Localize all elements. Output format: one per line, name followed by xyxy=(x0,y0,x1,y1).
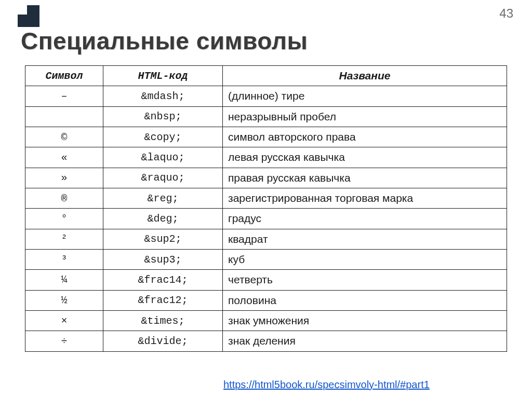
cell-name: зарегистрированная торговая марка xyxy=(223,188,507,209)
cell-symbol: ® xyxy=(25,188,103,209)
col-header-name: Название xyxy=(223,66,507,86)
cell-html-code: &raquo; xyxy=(103,168,223,188)
table-row: ¼&frac14;четверть xyxy=(25,270,507,290)
cell-html-code: &reg; xyxy=(103,188,223,209)
cell-name: символ авторского права xyxy=(223,127,507,147)
cell-name: (длинное) тире xyxy=(223,86,507,106)
cell-name: куб xyxy=(223,250,507,270)
table-row: »&raquo;правая русская кавычка xyxy=(25,168,507,188)
cell-symbol: © xyxy=(25,127,103,147)
table-row: ®&reg;зарегистрированная торговая марка xyxy=(25,188,507,209)
cell-html-code: &sup2; xyxy=(103,229,223,249)
table-row: ³&sup3;куб xyxy=(25,250,507,270)
cell-symbol: ÷ xyxy=(25,331,103,351)
table-row: «&laquo;левая русская кавычка xyxy=(25,147,507,168)
table-row: ©&copy;символ авторского права xyxy=(25,127,507,147)
table-header-row: Символ HTML-код Название xyxy=(25,66,507,86)
cell-name: правая русская кавычка xyxy=(223,168,507,188)
table-row: ÷&divide;знак деления xyxy=(25,331,507,351)
cell-html-code: &frac12; xyxy=(103,290,223,310)
slide-accent-square xyxy=(18,5,39,27)
footer-link[interactable]: https://html5book.ru/specsimvoly-html/#p… xyxy=(223,379,430,391)
table-row: ²&sup2;квадрат xyxy=(25,229,507,249)
cell-name: квадрат xyxy=(223,229,507,249)
slide-title: Специальные символы xyxy=(21,27,308,55)
cell-html-code: &deg; xyxy=(103,209,223,229)
cell-name: четверть xyxy=(223,270,507,290)
cell-name: знак умножения xyxy=(223,311,507,331)
table-row: –&mdash;(длинное) тире xyxy=(25,86,507,106)
cell-name: градус xyxy=(223,209,507,229)
cell-symbol: – xyxy=(25,86,103,106)
col-header-code: HTML-код xyxy=(103,66,223,86)
cell-html-code: &times; xyxy=(103,311,223,331)
page-number: 43 xyxy=(499,6,513,21)
cell-name: знак деления xyxy=(223,331,507,351)
cell-html-code: &mdash; xyxy=(103,86,223,106)
cell-symbol: ² xyxy=(25,229,103,249)
cell-symbol xyxy=(25,106,103,127)
table-row: ×&times;знак умножения xyxy=(25,311,507,331)
cell-html-code: &nbsp; xyxy=(103,106,223,127)
col-header-symbol: Символ xyxy=(25,66,103,86)
cell-symbol: ³ xyxy=(25,250,103,270)
cell-symbol: ½ xyxy=(25,290,103,310)
table-row: ½&frac12;половина xyxy=(25,290,507,310)
cell-name: неразрывный пробел xyxy=(223,106,507,127)
cell-html-code: &sup3; xyxy=(103,250,223,270)
cell-html-code: &divide; xyxy=(103,331,223,351)
table-row: °&deg;градус xyxy=(25,209,507,229)
cell-html-code: &copy; xyxy=(103,127,223,147)
cell-symbol: ° xyxy=(25,209,103,229)
symbols-table: Символ HTML-код Название –&mdash;(длинно… xyxy=(25,65,507,352)
cell-symbol: ¼ xyxy=(25,270,103,290)
cell-symbol: » xyxy=(25,168,103,188)
cell-html-code: &frac14; xyxy=(103,270,223,290)
cell-symbol: × xyxy=(25,311,103,331)
symbols-table-wrapper: Символ HTML-код Название –&mdash;(длинно… xyxy=(25,65,507,352)
cell-symbol: « xyxy=(25,147,103,168)
cell-name: половина xyxy=(223,290,507,310)
table-row: &nbsp;неразрывный пробел xyxy=(25,106,507,127)
cell-html-code: &laquo; xyxy=(103,147,223,168)
cell-name: левая русская кавычка xyxy=(223,147,507,168)
slide: 43 Специальные символы Символ HTML-код Н… xyxy=(0,0,532,398)
